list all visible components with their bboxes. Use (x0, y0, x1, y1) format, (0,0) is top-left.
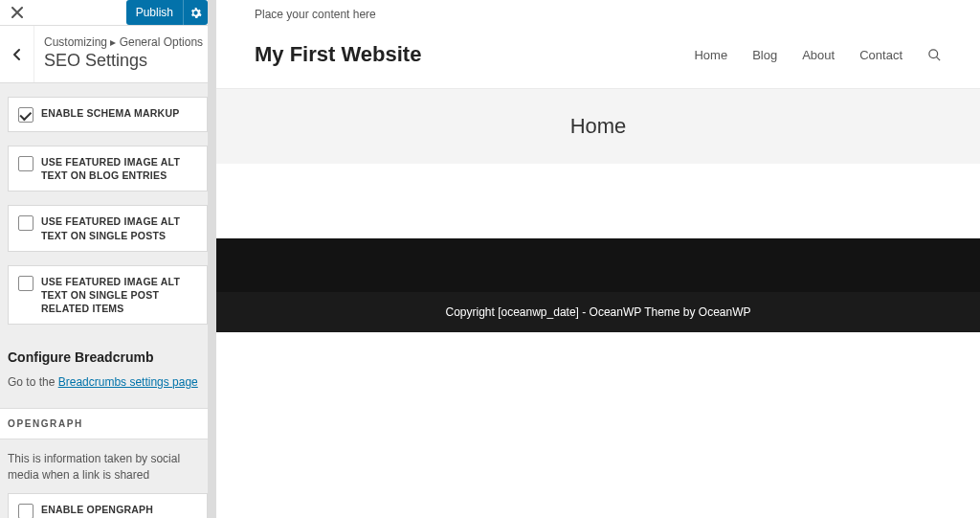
checkbox[interactable] (18, 107, 33, 123)
site-header: My First Website Home Blog About Contact (216, 29, 980, 89)
footer-copyright: Copyright [oceanwp_date] - OceanWP Theme… (216, 292, 980, 332)
nav-item-home[interactable]: Home (694, 48, 727, 62)
gear-icon (189, 7, 202, 19)
publish-button[interactable]: Publish (126, 0, 183, 25)
customizer-breadcrumb-row: Customizing ▸ General Options SEO Settin… (0, 26, 215, 83)
panel-title: SEO Settings (44, 51, 206, 71)
checkbox[interactable] (18, 504, 33, 518)
option-enable-schema-markup[interactable]: ENABLE SCHEMA MARKUP (8, 97, 208, 132)
opengraph-subheader: OPENGRAPH (0, 408, 215, 439)
option-featured-alt-single[interactable]: USE FEATURED IMAGE ALT TEXT ON SINGLE PO… (8, 205, 208, 251)
option-label: USE FEATURED IMAGE ALT TEXT ON BLOG ENTR… (41, 155, 197, 182)
topbar-placeholder-text: Place your content here (216, 0, 980, 29)
svg-line-1 (936, 56, 940, 60)
primary-nav: Home Blog About Contact (694, 48, 942, 62)
breadcrumb-section-heading: Configure Breadcrumb (8, 349, 208, 365)
footer-widgets (216, 238, 980, 292)
checkbox[interactable] (18, 276, 33, 291)
option-featured-alt-blog[interactable]: USE FEATURED IMAGE ALT TEXT ON BLOG ENTR… (8, 146, 208, 191)
site-preview: Place your content here My First Website… (216, 0, 980, 518)
option-featured-alt-related[interactable]: USE FEATURED IMAGE ALT TEXT ON SINGLE PO… (8, 265, 208, 326)
page-hero: Home (216, 89, 980, 164)
search-icon (927, 48, 942, 62)
nav-item-blog[interactable]: Blog (752, 48, 777, 62)
panel-body: ENABLE SCHEMA MARKUP USE FEATURED IMAGE … (0, 83, 215, 518)
back-button[interactable] (0, 26, 34, 82)
site-title[interactable]: My First Website (255, 42, 421, 67)
customizer-sidebar: Publish Customizing ▸ General Options SE… (0, 0, 216, 518)
option-label: ENABLE OPENGRAPH (41, 503, 153, 516)
sidebar-scrollbar[interactable] (208, 0, 215, 518)
content-area (216, 164, 980, 238)
breadcrumb-path: Customizing ▸ General Options (44, 35, 206, 49)
checkbox[interactable] (18, 215, 33, 231)
search-button[interactable] (927, 48, 942, 62)
close-customizer-button[interactable] (8, 3, 27, 22)
nav-item-about[interactable]: About (802, 48, 835, 62)
option-label: USE FEATURED IMAGE ALT TEXT ON SINGLE PO… (41, 275, 197, 316)
opengraph-description: This is information taken by social medi… (8, 451, 208, 484)
breadcrumbs-settings-link[interactable]: Breadcrumbs settings page (58, 375, 198, 389)
option-label: ENABLE SCHEMA MARKUP (41, 106, 179, 120)
nav-item-contact[interactable]: Contact (859, 48, 902, 62)
close-icon (11, 7, 23, 18)
checkbox[interactable] (18, 156, 33, 171)
page-title: Home (570, 114, 627, 139)
option-label: USE FEATURED IMAGE ALT TEXT ON SINGLE PO… (41, 214, 197, 241)
chevron-left-icon (12, 48, 22, 61)
option-enable-opengraph[interactable]: ENABLE OPENGRAPH (8, 493, 208, 518)
svg-point-0 (929, 49, 938, 57)
breadcrumb-section-text: Go to the Breadcrumbs settings page (8, 374, 208, 391)
customizer-topbar: Publish (0, 0, 215, 26)
publish-settings-button[interactable] (183, 0, 208, 25)
